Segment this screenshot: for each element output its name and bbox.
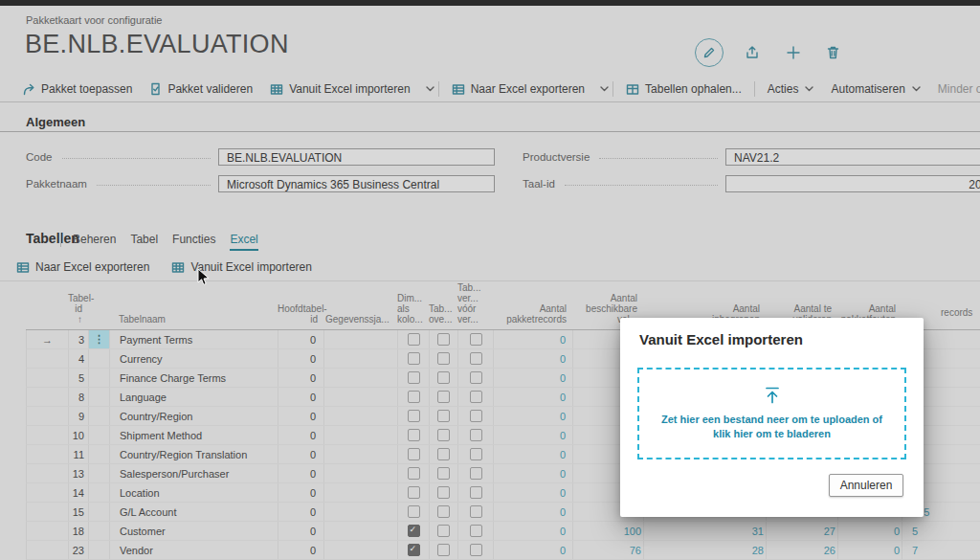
cell-pakket[interactable]: 0 bbox=[494, 407, 573, 425]
subtoolbar-import-excel-button[interactable]: Vanuit Excel importeren bbox=[171, 260, 312, 274]
tab2-checkbox[interactable] bbox=[470, 486, 482, 499]
column-header-tab2[interactable]: Tab... ver... vóór ver... bbox=[457, 282, 493, 335]
taal-id-input[interactable]: 2067 bbox=[725, 175, 980, 192]
cell-pakket[interactable]: 0 bbox=[494, 426, 573, 444]
cell-name[interactable]: Currency bbox=[110, 349, 278, 368]
dim-checkbox[interactable] bbox=[408, 352, 420, 365]
dim-checkbox[interactable] bbox=[408, 410, 420, 422]
tab2-checkbox[interactable] bbox=[470, 352, 482, 365]
tab1-checkbox[interactable] bbox=[437, 486, 450, 499]
dim-checkbox[interactable] bbox=[408, 391, 420, 403]
tab1-checkbox[interactable] bbox=[437, 448, 450, 460]
dim-checkbox[interactable] bbox=[408, 429, 420, 441]
cell-valid[interactable]: 27 bbox=[767, 522, 838, 540]
tab1-checkbox[interactable] bbox=[437, 505, 450, 518]
cell-pakket[interactable]: 0 bbox=[494, 503, 573, 521]
dim-checkbox[interactable] bbox=[408, 467, 420, 480]
actions-menu-button[interactable]: Acties bbox=[759, 82, 823, 96]
cell-name[interactable]: Customer bbox=[110, 522, 278, 540]
cell-records[interactable]: 7 bbox=[902, 541, 980, 559]
cell-name[interactable]: Location bbox=[110, 483, 278, 502]
row-menu[interactable]: ⋮ bbox=[89, 330, 110, 348]
file-dropzone[interactable]: Zet hier een bestand neer om te uploaden… bbox=[637, 368, 906, 459]
tab-beheren[interactable]: Beheren bbox=[73, 233, 116, 251]
tab2-checkbox[interactable] bbox=[470, 467, 482, 480]
cell-pakket[interactable]: 0 bbox=[494, 483, 573, 502]
cell-records[interactable]: 5 bbox=[902, 522, 980, 540]
tab1-checkbox[interactable] bbox=[437, 371, 450, 384]
tab1-checkbox[interactable] bbox=[437, 429, 450, 441]
dim-checkbox[interactable] bbox=[408, 544, 420, 556]
share-icon[interactable] bbox=[745, 45, 761, 60]
get-tables-button[interactable]: Tabellen ophalen... bbox=[617, 82, 750, 96]
tab2-checkbox[interactable] bbox=[470, 391, 482, 403]
tab2-checkbox[interactable] bbox=[470, 410, 482, 422]
dim-checkbox[interactable] bbox=[408, 448, 420, 460]
tab2-checkbox[interactable] bbox=[470, 448, 482, 460]
cell-inbegr[interactable]: 31 bbox=[644, 522, 767, 540]
cell-name[interactable]: G/L Account bbox=[110, 503, 278, 521]
breadcrumb[interactable]: Pakketkaart voor configuratie bbox=[26, 14, 162, 26]
automate-menu-button[interactable]: Automatiseren bbox=[822, 82, 928, 96]
column-header-id[interactable]: Tabel-id ↑ bbox=[68, 293, 88, 335]
cell-besch[interactable]: 76 bbox=[573, 541, 644, 559]
cell-name[interactable]: Country/Region bbox=[110, 407, 278, 425]
tab2-checkbox[interactable] bbox=[470, 371, 482, 384]
dim-checkbox[interactable] bbox=[408, 525, 420, 537]
cell-name[interactable]: Country/Region Translation bbox=[110, 445, 278, 463]
code-input[interactable]: BE.NLB.EVALUATION bbox=[218, 148, 495, 166]
tab1-checkbox[interactable] bbox=[437, 410, 450, 422]
column-header-dim[interactable]: Dim... als kolo... bbox=[397, 293, 429, 335]
cancel-button[interactable]: Annuleren bbox=[829, 474, 903, 497]
cell-pakket[interactable]: 0 bbox=[494, 349, 573, 368]
export-to-excel-button[interactable]: Naar Excel exporteren bbox=[443, 82, 593, 96]
dim-checkbox[interactable] bbox=[408, 333, 420, 346]
tab1-checkbox[interactable] bbox=[437, 352, 450, 365]
tab2-checkbox[interactable] bbox=[470, 525, 482, 537]
cell-pakket[interactable]: 0 bbox=[494, 464, 573, 482]
tab2-checkbox[interactable] bbox=[470, 333, 482, 346]
subtoolbar-export-excel-button[interactable]: Naar Excel exporteren bbox=[16, 260, 149, 274]
cell-name[interactable]: Finance Charge Terms bbox=[110, 369, 278, 387]
cell-name[interactable]: Language bbox=[110, 388, 278, 406]
tab-excel[interactable]: Excel bbox=[230, 233, 257, 251]
validate-package-button[interactable]: Pakket valideren bbox=[141, 82, 261, 96]
tab2-checkbox[interactable] bbox=[470, 505, 482, 518]
cell-name[interactable]: Payment Terms bbox=[110, 330, 278, 348]
tab1-checkbox[interactable] bbox=[437, 544, 450, 556]
cell-inbegr[interactable]: 28 bbox=[644, 541, 767, 559]
cell-pakket[interactable]: 0 bbox=[494, 522, 573, 540]
cell-pakket[interactable]: 0 bbox=[494, 330, 573, 348]
import-from-excel-chevron[interactable] bbox=[426, 86, 434, 92]
cell-name[interactable]: Shipment Method bbox=[110, 426, 278, 444]
cell-fouten[interactable]: 0 bbox=[838, 522, 902, 540]
tab1-checkbox[interactable] bbox=[437, 467, 450, 480]
cell-pakket[interactable]: 0 bbox=[494, 445, 573, 463]
tab2-checkbox[interactable] bbox=[470, 429, 482, 441]
tab1-checkbox[interactable] bbox=[437, 391, 450, 403]
tab-tabel[interactable]: Tabel bbox=[130, 233, 158, 251]
dim-checkbox[interactable] bbox=[408, 371, 420, 384]
cell-valid[interactable]: 26 bbox=[767, 541, 838, 559]
cell-pakket[interactable]: 0 bbox=[494, 388, 573, 406]
pakketnaam-input[interactable]: Microsoft Dynamics 365 Business Central bbox=[218, 175, 495, 192]
tab1-checkbox[interactable] bbox=[437, 525, 450, 537]
section-title-algemeen[interactable]: Algemeen bbox=[26, 115, 85, 129]
tab2-checkbox[interactable] bbox=[470, 544, 482, 556]
apply-package-button[interactable]: Pakket toepassen bbox=[14, 82, 141, 96]
tab-functies[interactable]: Functies bbox=[172, 233, 215, 251]
cell-fouten[interactable]: 0 bbox=[838, 541, 902, 559]
export-to-excel-chevron[interactable] bbox=[600, 86, 609, 92]
dim-checkbox[interactable] bbox=[408, 486, 420, 499]
delete-trash-icon[interactable] bbox=[826, 45, 840, 60]
add-new-icon[interactable] bbox=[786, 45, 801, 60]
edit-pencil-icon[interactable] bbox=[695, 38, 724, 67]
cell-besch[interactable]: 100 bbox=[573, 522, 644, 540]
dim-checkbox[interactable] bbox=[408, 505, 420, 518]
cell-name[interactable]: Salesperson/Purchaser bbox=[110, 464, 278, 482]
productversie-input[interactable]: NAV21.2 bbox=[725, 148, 980, 166]
import-from-excel-button[interactable]: Vanuit Excel importeren bbox=[261, 82, 419, 96]
cell-pakket[interactable]: 0 bbox=[494, 369, 573, 387]
cell-name[interactable]: Vendor bbox=[110, 541, 278, 559]
fewer-options-button[interactable]: Minder opties bbox=[929, 82, 980, 96]
